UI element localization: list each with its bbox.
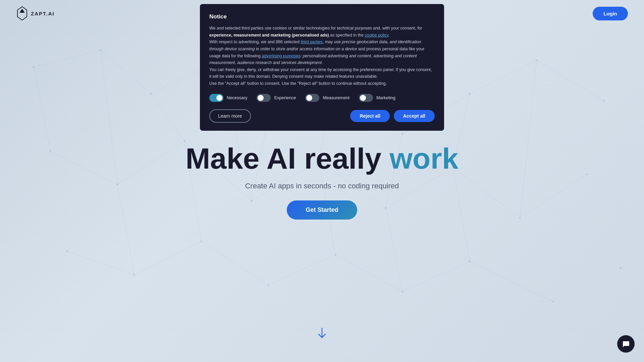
toggles-row: Necessary Experience Measurement Marketi… xyxy=(209,94,435,102)
toggle-necessary-track[interactable] xyxy=(209,94,223,102)
toggle-experience-thumb xyxy=(258,95,264,101)
logo-text: ZAPT.AI xyxy=(31,11,55,16)
toggle-necessary-label: Necessary xyxy=(227,95,247,100)
toggle-experience: Experience xyxy=(257,94,296,102)
hero-title-part1: Make AI really xyxy=(185,142,389,175)
third-parties-link[interactable]: third parties xyxy=(301,40,322,44)
hero-title-highlight: work xyxy=(389,142,458,175)
buttons-row: Learn more Reject all Accept all xyxy=(209,109,435,123)
notice-body: We and selected third parties use cookie… xyxy=(209,25,435,87)
chat-button[interactable] xyxy=(617,335,635,353)
login-button[interactable]: Login xyxy=(593,7,628,20)
accept-all-button[interactable]: Accept all xyxy=(394,110,435,122)
toggle-necessary: Necessary xyxy=(209,94,247,102)
body-line1: We and selected third parties use cookie… xyxy=(209,26,422,38)
reject-all-button[interactable]: Reject all xyxy=(350,110,389,122)
hero-subtitle: Create AI apps in seconds - no coding re… xyxy=(245,182,399,190)
body-line2: With respect to advertising, we and 886 … xyxy=(209,40,424,65)
body-line3: You can freely give, deny, or withdraw y… xyxy=(209,67,432,79)
toggle-marketing: Marketing xyxy=(359,94,395,102)
cookie-notice: Notice We and selected third parties use… xyxy=(200,4,444,131)
logo: ZAPT.AI xyxy=(16,6,55,21)
body-line4: Use the "Accept all" button to consent. … xyxy=(209,81,387,86)
scroll-down-arrow xyxy=(317,327,327,342)
hero-title: Make AI really work xyxy=(185,142,459,175)
toggle-measurement: Measurement xyxy=(305,94,349,102)
toggle-measurement-thumb xyxy=(306,95,312,101)
advertising-purposes-link[interactable]: advertising purposes xyxy=(262,54,300,58)
toggle-measurement-track[interactable] xyxy=(305,94,319,102)
toggle-experience-label: Experience xyxy=(274,95,296,100)
toggle-marketing-thumb xyxy=(360,95,366,101)
get-started-button[interactable]: Get Started xyxy=(287,200,357,220)
toggle-marketing-label: Marketing xyxy=(376,95,395,100)
toggle-necessary-thumb xyxy=(216,95,222,101)
logo-icon xyxy=(16,6,28,21)
buttons-right: Reject all Accept all xyxy=(350,110,435,122)
cookie-policy-link[interactable]: cookie policy xyxy=(365,33,388,38)
notice-title: Notice xyxy=(209,13,435,20)
toggle-experience-track[interactable] xyxy=(257,94,271,102)
toggle-measurement-label: Measurement xyxy=(323,95,349,100)
learn-more-button[interactable]: Learn more xyxy=(209,109,251,123)
toggle-marketing-track[interactable] xyxy=(359,94,373,102)
